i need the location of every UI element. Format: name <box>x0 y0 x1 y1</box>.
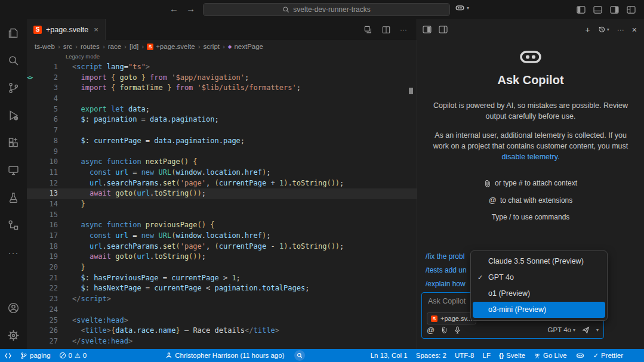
close-panel-icon[interactable]: × <box>632 25 637 35</box>
toggle-secondary-sidebar-icon[interactable] <box>610 6 619 14</box>
code-editor[interactable]: Legacy mode 1<script lang="ts">2 import … <box>27 53 417 349</box>
explorer-icon[interactable] <box>0 19 27 47</box>
language-mode[interactable]: {} Svelte <box>495 349 529 362</box>
mention-icon[interactable]: @ <box>427 326 435 335</box>
problems-status[interactable]: 0 ⚠ 0 <box>55 349 91 362</box>
nav-back-icon[interactable]: ← <box>170 4 178 14</box>
command-center-search[interactable]: svelte-dev-runner-tracks <box>203 3 450 16</box>
slash-suggestion-link[interactable]: /explain how <box>426 277 467 291</box>
accounts-icon[interactable] <box>0 294 27 321</box>
chevron-down-icon[interactable]: ▾ <box>596 327 599 333</box>
disable-telemetry-link[interactable]: disable telemetry. <box>501 153 559 161</box>
search-sidebar-icon[interactable] <box>0 47 27 74</box>
chat-panel-body: Ask Copilot Copilot is powered by AI, so… <box>417 40 644 349</box>
code-line[interactable]: 10 async function nextPage() { <box>27 157 417 168</box>
run-and-debug-icon[interactable] <box>0 101 27 129</box>
code-line[interactable]: 7 <box>27 125 417 136</box>
go-live-button[interactable]: Go Live <box>529 349 571 362</box>
code-line[interactable]: 5 export let data; <box>27 104 417 115</box>
model-menu-item[interactable]: o1 (Preview) <box>473 286 605 302</box>
code-line[interactable]: 23</script> <box>27 294 417 305</box>
pipelines-icon[interactable] <box>0 211 27 239</box>
code-line[interactable]: 18 url.searchParams.set('page', (current… <box>27 242 417 252</box>
code-line[interactable]: 11 const url = new URL(window.location.h… <box>27 168 417 178</box>
chat-more-actions-icon[interactable]: ··· <box>617 26 624 34</box>
breadcrumb-item[interactable]: src <box>63 43 72 50</box>
move-panel-icon[interactable] <box>439 26 448 33</box>
new-chat-icon[interactable]: + <box>586 25 590 35</box>
slash-suggestion-link[interactable]: /tests add un <box>426 264 467 277</box>
code-line[interactable]: 13 await goto(url.toString()); <box>27 188 417 199</box>
code-line[interactable]: 3 import { formatTime } from '$lib/utils… <box>27 83 417 94</box>
prettier-status[interactable]: ✓ Prettier <box>589 349 627 362</box>
attach-icon[interactable] <box>441 326 448 333</box>
extensions-icon[interactable] <box>0 129 27 156</box>
code-line[interactable]: 16 async function previousPage() { <box>27 220 417 231</box>
breadcrumb-item[interactable]: ts-web <box>35 43 55 50</box>
code-line[interactable]: 15 <box>27 210 417 221</box>
tab-close-icon[interactable]: × <box>94 25 98 34</box>
git-branch-status[interactable]: paging <box>16 349 55 362</box>
breadcrumb-item[interactable]: routes <box>81 43 100 50</box>
toggle-primary-sidebar-icon[interactable] <box>577 6 586 14</box>
indentation-status[interactable]: Spaces: 2 <box>412 349 451 362</box>
code-line[interactable]: 20 } <box>27 262 417 273</box>
split-editor-icon[interactable] <box>382 26 390 34</box>
search-value: svelte-dev-runner-tracks <box>293 5 370 14</box>
code-line[interactable]: 17 const url = new URL(window.location.h… <box>27 231 417 242</box>
code-line[interactable]: 26 <title>{data.race.name} — Race detail… <box>27 326 417 336</box>
code-line[interactable]: 6 $: pagination = data.pagination; <box>27 115 417 125</box>
code-line[interactable]: 14 } <box>27 199 417 210</box>
copilot-status-icon[interactable] <box>571 349 589 362</box>
more-views-icon[interactable]: ··· <box>0 239 27 266</box>
context-chip[interactable]: S +page.sv... <box>427 313 476 324</box>
open-session-in-editor-icon[interactable] <box>423 26 432 33</box>
model-menu-item[interactable]: Claude 3.5 Sonnet (Preview) <box>473 253 605 270</box>
breadcrumb-item[interactable]: ◆nextPage <box>228 43 263 50</box>
settings-gear-icon[interactable] <box>0 321 27 349</box>
more-actions-icon[interactable]: ··· <box>400 26 407 34</box>
code-line[interactable]: 22 $: hasNextPage = currentPage < pagina… <box>27 283 417 294</box>
editor-scrollbar-thumb[interactable] <box>409 88 413 94</box>
code-line[interactable]: 12 url.searchParams.set('page', (current… <box>27 178 417 189</box>
nav-forward-icon[interactable]: → <box>186 4 195 14</box>
testing-icon[interactable] <box>0 184 27 211</box>
send-icon[interactable] <box>582 326 590 334</box>
open-changes-icon[interactable] <box>364 26 372 34</box>
remote-explorer-icon[interactable] <box>0 156 27 184</box>
breadcrumb-item[interactable]: [id] <box>130 43 138 50</box>
code-line[interactable]: 25<svelte:head> <box>27 315 417 326</box>
breadcrumb-item[interactable]: <>script <box>204 43 220 50</box>
code-line[interactable]: 8 $: currentPage = data.pagination.page; <box>27 136 417 147</box>
encoding-status[interactable]: UTF-8 <box>451 349 479 362</box>
chat-history-button[interactable]: ▾ <box>598 26 609 33</box>
code-line[interactable]: 19 await goto(url.toString()); <box>27 252 417 262</box>
code-line[interactable]: 4 <box>27 94 417 104</box>
remote-indicator[interactable] <box>0 349 16 362</box>
code-line[interactable]: 1<script lang="ts"> <box>27 62 417 73</box>
toggle-panel-icon[interactable] <box>593 6 602 14</box>
code-line[interactable]: 2 import { goto } from '$app/navigation'… <box>27 73 417 83</box>
slash-suggestions: /fix the probl/tests add un/explain how <box>426 250 467 291</box>
code-line[interactable]: 9 <box>27 147 417 157</box>
cursor-position[interactable]: Ln 13, Col 1 <box>366 349 412 362</box>
code-line[interactable]: 27</svelte:head> <box>27 336 417 347</box>
customize-layout-icon[interactable] <box>627 6 636 14</box>
code-line[interactable]: 21 $: hasPreviousPage = currentPage > 1; <box>27 273 417 284</box>
source-control-icon[interactable] <box>0 74 27 101</box>
copilot-menu-button[interactable]: ▾ <box>455 4 469 12</box>
code-line[interactable]: 24 <box>27 305 417 315</box>
breadcrumb-item[interactable]: race <box>108 43 121 50</box>
model-menu-item[interactable]: ✓GPT 4o <box>473 270 605 286</box>
tab-page-svelte[interactable]: S +page.svelte × <box>27 19 106 40</box>
eol-status[interactable]: LF <box>478 349 494 362</box>
codelens-label[interactable]: Legacy mode <box>66 53 100 60</box>
model-picker[interactable]: GPT 4o ▾ <box>548 326 575 333</box>
model-menu-item[interactable]: o3-mini (Preview) <box>473 302 605 318</box>
breadcrumb-item[interactable]: S+page.svelte <box>147 43 195 50</box>
slash-suggestion-link[interactable]: /fix the probl <box>426 250 467 264</box>
title-bar: ← → svelte-dev-runner-tracks ▾ <box>0 0 644 20</box>
git-blame-status[interactable]: Christopher Harrison (11 hours ago) <box>161 349 288 362</box>
mic-icon[interactable] <box>454 326 461 334</box>
search-badge[interactable] <box>294 350 305 361</box>
